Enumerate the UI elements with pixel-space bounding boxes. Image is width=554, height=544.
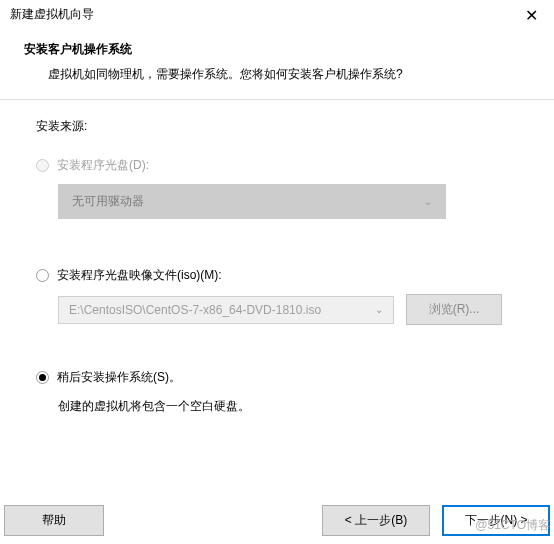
- browse-button: 浏览(R)...: [406, 294, 502, 325]
- iso-path-input: E:\CentosISO\CentOS-7-x86_64-DVD-1810.is…: [58, 296, 394, 324]
- back-button[interactable]: < 上一步(B): [322, 505, 430, 536]
- radio-option-iso[interactable]: 安装程序光盘映像文件(iso)(M):: [36, 267, 518, 284]
- chevron-down-icon: ⌄: [375, 304, 383, 315]
- radio-icon: [36, 159, 49, 172]
- radio-label-disc: 安装程序光盘(D):: [57, 157, 149, 174]
- later-description: 创建的虚拟机将包含一个空白硬盘。: [58, 398, 518, 415]
- wizard-step-title: 安装客户机操作系统: [24, 41, 530, 58]
- radio-option-disc[interactable]: 安装程序光盘(D):: [36, 157, 518, 174]
- close-icon[interactable]: ✕: [519, 6, 544, 25]
- radio-icon: [36, 269, 49, 282]
- chevron-down-icon: ⌄: [424, 196, 432, 207]
- radio-label-iso: 安装程序光盘映像文件(iso)(M):: [57, 267, 222, 284]
- disc-drive-dropdown: 无可用驱动器 ⌄: [58, 184, 446, 219]
- radio-label-later: 稍后安装操作系统(S)。: [57, 369, 181, 386]
- radio-icon: [36, 371, 49, 384]
- help-button[interactable]: 帮助: [4, 505, 104, 536]
- source-label: 安装来源:: [36, 118, 518, 135]
- radio-option-later[interactable]: 稍后安装操作系统(S)。: [36, 369, 518, 386]
- wizard-step-description: 虚拟机如同物理机，需要操作系统。您将如何安装客户机操作系统?: [24, 66, 530, 83]
- iso-path-text: E:\CentosISO\CentOS-7-x86_64-DVD-1810.is…: [69, 303, 321, 317]
- dropdown-text: 无可用驱动器: [72, 193, 144, 210]
- window-title: 新建虚拟机向导: [10, 6, 94, 23]
- next-button[interactable]: 下一步(N) >: [442, 505, 550, 536]
